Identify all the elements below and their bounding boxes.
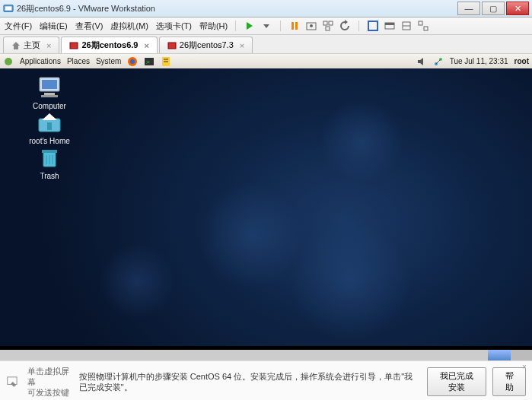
- svg-rect-13: [385, 23, 394, 25]
- desktop-icon-label: Trash: [23, 172, 76, 180]
- status-close-icon[interactable]: ×: [520, 363, 529, 372]
- svg-line-30: [436, 59, 441, 64]
- desktop-icon-home[interactable]: root's Home: [23, 111, 76, 145]
- svg-rect-1: [5, 6, 12, 10]
- menu-system[interactable]: System: [96, 57, 121, 65]
- desktop-icon-trash[interactable]: Trash: [23, 146, 76, 180]
- svg-rect-36: [47, 122, 52, 130]
- tab-close-icon[interactable]: ×: [240, 41, 244, 50]
- snapshot-icon[interactable]: [305, 20, 317, 32]
- svg-marker-2: [247, 22, 253, 30]
- window-titlebar: 26期centos6.9 - VMware Workstation — ▢ ✕: [0, 0, 532, 17]
- scrollbar-thumb[interactable]: [488, 350, 511, 360]
- svg-rect-9: [329, 21, 333, 25]
- window-title: 26期centos6.9 - VMware Workstation: [17, 3, 457, 14]
- maximize-button[interactable]: ▢: [482, 2, 505, 15]
- menu-view[interactable]: 查看(V): [75, 21, 104, 32]
- scrollbar-button-left[interactable]: [511, 350, 521, 360]
- svg-rect-34: [41, 95, 58, 97]
- console-view-icon[interactable]: [400, 20, 413, 32]
- close-button[interactable]: ✕: [506, 2, 529, 15]
- hint-text: 单击虚拟屏幕 可发送按键: [27, 366, 72, 398]
- status-bar: × 单击虚拟屏幕 可发送按键 按照物理计算机中的步骤安装 CentOS 64 位…: [0, 360, 532, 400]
- tab-centos73[interactable]: 26期centos7.3 ×: [159, 37, 253, 53]
- wallpaper-blob: [289, 221, 411, 342]
- separator: [358, 21, 359, 31]
- svg-point-22: [130, 59, 135, 64]
- vm-icon: [69, 41, 78, 50]
- minimize-button[interactable]: —: [457, 2, 480, 15]
- svg-rect-17: [424, 27, 428, 30]
- svg-point-20: [5, 58, 12, 65]
- thumbnail-icon[interactable]: [417, 20, 429, 32]
- console-scrollbar[interactable]: [0, 350, 532, 360]
- menu-bar: 文件(F) 编辑(E) 查看(V) 虚拟机(M) 选项卡(T) 帮助(H): [0, 17, 532, 35]
- tab-centos69-label: 26期centos6.9: [81, 40, 138, 51]
- menu-vm[interactable]: 虚拟机(M): [110, 21, 148, 32]
- tab-home-label: 主页: [24, 40, 40, 51]
- tab-centos69[interactable]: 26期centos6.9 ×: [61, 37, 157, 53]
- click-screen-icon: [6, 374, 20, 389]
- wallpaper-blob: [198, 183, 304, 289]
- home-folder-icon: [37, 111, 62, 134]
- gnome-desktop[interactable]: Computer root's Home Trash: [0, 68, 532, 346]
- menu-places[interactable]: Places: [67, 57, 90, 65]
- hint-line2: 可发送按键: [27, 387, 72, 398]
- scrollbar-button-right[interactable]: [521, 350, 532, 360]
- tab-close-icon[interactable]: ×: [144, 41, 148, 50]
- menu-applications[interactable]: Applications: [20, 57, 61, 65]
- user-label[interactable]: root: [514, 57, 529, 65]
- home-icon: [11, 41, 21, 50]
- vmware-app-icon: [3, 3, 14, 14]
- tab-home[interactable]: 主页 ×: [3, 37, 59, 53]
- desktop-icon-computer[interactable]: Computer: [23, 76, 76, 110]
- svg-rect-8: [323, 21, 327, 25]
- separator: [235, 21, 236, 31]
- power-dropdown-icon[interactable]: [260, 20, 272, 32]
- clock[interactable]: Tue Jul 11, 23:31: [450, 57, 508, 65]
- volume-icon[interactable]: [416, 56, 427, 67]
- window-controls: — ▢ ✕: [457, 2, 529, 15]
- svg-rect-4: [291, 22, 294, 30]
- text-editor-icon[interactable]: [161, 56, 171, 67]
- desktop-icon-label: Computer: [23, 102, 76, 110]
- svg-rect-19: [168, 43, 176, 49]
- svg-rect-32: [42, 80, 57, 89]
- unity-icon[interactable]: [384, 20, 396, 32]
- install-done-button[interactable]: 我已完成安装: [427, 367, 487, 396]
- menu-file[interactable]: 文件(F): [5, 21, 32, 32]
- fullscreen-icon[interactable]: [367, 20, 379, 32]
- wallpaper-blob: [320, 99, 403, 183]
- tab-close-icon[interactable]: ×: [46, 41, 51, 50]
- install-message: 按照物理计算机中的步骤安装 CentOS 64 位。安装完成后，操作系统会进行引…: [79, 371, 419, 392]
- menu-tabs[interactable]: 选项卡(T): [156, 21, 192, 32]
- vm-console[interactable]: Applications Places System > Tue Jul 11,…: [0, 54, 532, 360]
- menu-edit[interactable]: 编辑(E): [40, 21, 68, 32]
- svg-rect-16: [419, 21, 422, 25]
- svg-rect-33: [44, 93, 55, 95]
- revert-icon[interactable]: [339, 20, 351, 32]
- power-on-icon[interactable]: [244, 20, 256, 32]
- trash-icon: [37, 146, 62, 169]
- network-icon[interactable]: [433, 56, 444, 67]
- hint-line1: 单击虚拟屏幕: [27, 366, 72, 387]
- gnome-top-panel: Applications Places System > Tue Jul 11,…: [0, 54, 532, 68]
- wallpaper-blob: [99, 243, 175, 319]
- svg-rect-10: [326, 27, 330, 30]
- svg-rect-5: [295, 22, 298, 30]
- gnome-foot-icon: [3, 56, 14, 67]
- tab-centos73-label: 26期centos7.3: [180, 40, 234, 51]
- scrollbar-track[interactable]: [0, 350, 488, 360]
- computer-icon: [37, 76, 62, 99]
- tab-bar: 主页 × 26期centos6.9 × 26期centos7.3 ×: [0, 35, 532, 54]
- svg-marker-3: [263, 24, 269, 28]
- svg-rect-38: [42, 150, 57, 153]
- terminal-icon[interactable]: >: [144, 56, 155, 67]
- vm-icon: [167, 41, 177, 50]
- snapshot-manager-icon[interactable]: [322, 20, 334, 32]
- svg-rect-11: [368, 21, 377, 30]
- suspend-icon[interactable]: [288, 20, 301, 32]
- firefox-icon[interactable]: [127, 56, 138, 67]
- separator: [280, 21, 281, 31]
- menu-help[interactable]: 帮助(H): [199, 21, 228, 32]
